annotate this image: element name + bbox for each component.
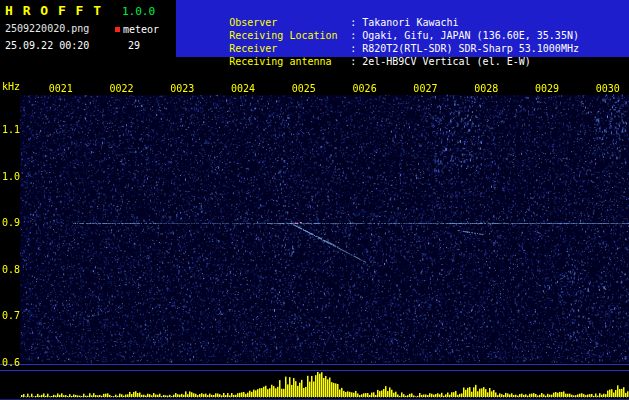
time-tick-label: 0024 <box>231 83 255 94</box>
spectrogram-canvas <box>0 75 629 400</box>
info-value: : 2el-HB9CV Vertical (el. E-W) <box>350 56 531 67</box>
time-tick-label: 0029 <box>535 83 559 94</box>
info-value: : Ogaki, Gifu, JAPAN (136.60E, 35.35N) <box>350 30 579 41</box>
output-filename: 2509220020.png <box>5 23 89 34</box>
time-tick-label: 0022 <box>109 83 133 94</box>
freq-tick-label: 1.0 <box>2 171 20 182</box>
hrofft-window: H R O F F T 1.0.0 2509220020.png meteor … <box>0 0 629 400</box>
freq-tick-label: 0.6 <box>2 357 20 368</box>
freq-tick-label: 1.1 <box>2 124 20 135</box>
time-tick-label: 0023 <box>170 83 194 94</box>
header: H R O F F T 1.0.0 2509220020.png meteor … <box>0 0 629 75</box>
mode-label: meteor <box>123 24 159 35</box>
app-version: 1.0.0 <box>122 5 155 18</box>
y-axis-unit-label: kHz <box>2 81 20 92</box>
time-tick-label: 0021 <box>49 83 73 94</box>
observer-info-panel: Observer: Takanori Kawachi Receiving Loc… <box>176 0 629 57</box>
freq-tick-label: 0.7 <box>2 310 20 321</box>
app-info-panel: H R O F F T 1.0.0 2509220020.png meteor … <box>0 0 176 75</box>
record-dot-icon <box>115 27 120 32</box>
time-tick-label: 0028 <box>474 83 498 94</box>
freq-tick-label: 0.9 <box>2 217 20 228</box>
mode-indicator: meteor <box>115 24 159 35</box>
app-title: H R O F F T <box>5 3 102 18</box>
info-label: Observer <box>229 16 350 29</box>
spectrogram-panel: kHz 002100220023002400250026002700280029… <box>0 75 629 400</box>
echo-count: 29 <box>128 40 140 51</box>
time-tick-label: 0026 <box>353 83 377 94</box>
info-row: Observer: Takanori Kawachi <box>181 3 629 16</box>
info-label: Receiving Location <box>229 29 350 42</box>
time-tick-label: 0025 <box>292 83 316 94</box>
info-value: : R820T2(RTL-SDR) SDR-Sharp 53.1000MHz <box>350 43 579 54</box>
observation-datetime: 25.09.22 00:20 <box>5 40 89 51</box>
time-tick-label: 0027 <box>413 83 437 94</box>
info-label: Receiving antenna <box>229 55 350 68</box>
freq-tick-label: 0.8 <box>2 264 20 275</box>
info-value: : Takanori Kawachi <box>350 17 458 28</box>
info-label: Receiver <box>229 42 350 55</box>
time-tick-label: 0030 <box>596 83 620 94</box>
